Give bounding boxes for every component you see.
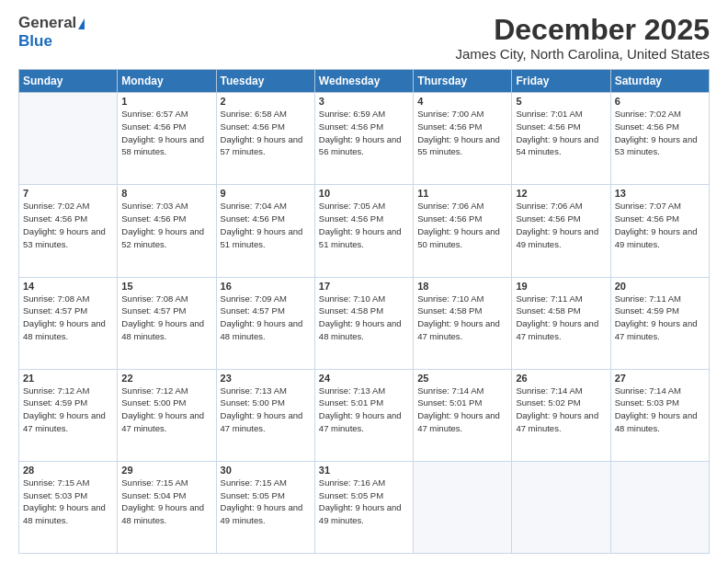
calendar-cell: 24Sunrise: 7:13 AMSunset: 5:01 PMDayligh… xyxy=(314,369,413,461)
calendar-week-row: 28Sunrise: 7:15 AMSunset: 5:03 PMDayligh… xyxy=(19,461,710,553)
day-number: 27 xyxy=(615,373,705,384)
calendar-header-row: SundayMondayTuesdayWednesdayThursdayFrid… xyxy=(19,70,710,93)
calendar-cell xyxy=(414,461,512,553)
subtitle: James City, North Carolina, United State… xyxy=(456,46,711,62)
day-detail: Sunrise: 7:00 AMSunset: 4:56 PMDaylight:… xyxy=(417,108,507,158)
day-number: 29 xyxy=(121,465,211,476)
day-number: 28 xyxy=(23,465,113,476)
calendar-cell: 14Sunrise: 7:08 AMSunset: 4:57 PMDayligh… xyxy=(19,277,118,369)
day-number: 20 xyxy=(615,281,705,292)
calendar-week-row: 1Sunrise: 6:57 AMSunset: 4:56 PMDaylight… xyxy=(19,93,710,185)
calendar-cell: 4Sunrise: 7:00 AMSunset: 4:56 PMDaylight… xyxy=(414,93,512,185)
day-number: 5 xyxy=(516,96,606,107)
day-number: 13 xyxy=(615,188,705,199)
day-detail: Sunrise: 6:57 AMSunset: 4:56 PMDaylight:… xyxy=(121,108,211,158)
day-number: 9 xyxy=(221,188,311,199)
calendar-cell: 5Sunrise: 7:01 AMSunset: 4:56 PMDaylight… xyxy=(512,93,610,185)
calendar-cell: 21Sunrise: 7:12 AMSunset: 4:59 PMDayligh… xyxy=(19,369,118,461)
calendar-cell: 9Sunrise: 7:04 AMSunset: 4:56 PMDaylight… xyxy=(216,185,314,277)
calendar-week-row: 14Sunrise: 7:08 AMSunset: 4:57 PMDayligh… xyxy=(19,277,710,369)
day-number: 7 xyxy=(23,188,113,199)
day-detail: Sunrise: 6:58 AMSunset: 4:56 PMDaylight:… xyxy=(221,108,311,158)
day-detail: Sunrise: 7:11 AMSunset: 4:58 PMDaylight:… xyxy=(516,293,606,343)
calendar-cell: 19Sunrise: 7:11 AMSunset: 4:58 PMDayligh… xyxy=(512,277,610,369)
day-detail: Sunrise: 7:10 AMSunset: 4:58 PMDaylight:… xyxy=(417,293,507,343)
day-number: 15 xyxy=(121,281,211,292)
calendar-cell: 31Sunrise: 7:16 AMSunset: 5:05 PMDayligh… xyxy=(314,461,413,553)
calendar-cell: 16Sunrise: 7:09 AMSunset: 4:57 PMDayligh… xyxy=(216,277,314,369)
day-number: 25 xyxy=(417,373,507,384)
day-number: 18 xyxy=(417,281,507,292)
day-detail: Sunrise: 7:09 AMSunset: 4:57 PMDaylight:… xyxy=(221,293,311,343)
main-title: December 2025 xyxy=(456,14,711,46)
calendar-cell xyxy=(610,461,709,553)
day-detail: Sunrise: 7:04 AMSunset: 4:56 PMDaylight:… xyxy=(221,200,311,250)
calendar-cell: 1Sunrise: 6:57 AMSunset: 4:56 PMDaylight… xyxy=(118,93,216,185)
day-detail: Sunrise: 7:14 AMSunset: 5:03 PMDaylight:… xyxy=(615,385,705,435)
day-detail: Sunrise: 7:16 AMSunset: 5:05 PMDaylight:… xyxy=(319,477,409,527)
day-detail: Sunrise: 7:15 AMSunset: 5:03 PMDaylight:… xyxy=(23,477,113,527)
day-number: 31 xyxy=(319,465,409,476)
calendar-cell: 11Sunrise: 7:06 AMSunset: 4:56 PMDayligh… xyxy=(414,185,512,277)
day-number: 8 xyxy=(121,188,211,199)
day-detail: Sunrise: 7:14 AMSunset: 5:02 PMDaylight:… xyxy=(516,385,606,435)
day-number: 3 xyxy=(319,96,409,107)
calendar-cell: 30Sunrise: 7:15 AMSunset: 5:05 PMDayligh… xyxy=(216,461,314,553)
calendar-cell: 17Sunrise: 7:10 AMSunset: 4:58 PMDayligh… xyxy=(314,277,413,369)
calendar-header-friday: Friday xyxy=(512,70,610,93)
calendar-cell: 3Sunrise: 6:59 AMSunset: 4:56 PMDaylight… xyxy=(314,93,413,185)
day-detail: Sunrise: 7:01 AMSunset: 4:56 PMDaylight:… xyxy=(516,108,606,158)
logo-general: General xyxy=(18,14,76,32)
calendar-cell: 18Sunrise: 7:10 AMSunset: 4:58 PMDayligh… xyxy=(414,277,512,369)
day-detail: Sunrise: 7:14 AMSunset: 5:01 PMDaylight:… xyxy=(417,385,507,435)
calendar-header-monday: Monday xyxy=(118,70,216,93)
day-detail: Sunrise: 7:11 AMSunset: 4:59 PMDaylight:… xyxy=(615,293,705,343)
calendar-cell xyxy=(19,93,118,185)
day-detail: Sunrise: 7:07 AMSunset: 4:56 PMDaylight:… xyxy=(615,200,705,250)
calendar-cell: 28Sunrise: 7:15 AMSunset: 5:03 PMDayligh… xyxy=(19,461,118,553)
day-detail: Sunrise: 7:02 AMSunset: 4:56 PMDaylight:… xyxy=(615,108,705,158)
calendar-cell: 15Sunrise: 7:08 AMSunset: 4:57 PMDayligh… xyxy=(118,277,216,369)
day-number: 30 xyxy=(221,465,311,476)
day-number: 1 xyxy=(121,96,211,107)
calendar-cell: 22Sunrise: 7:12 AMSunset: 5:00 PMDayligh… xyxy=(118,369,216,461)
calendar-week-row: 21Sunrise: 7:12 AMSunset: 4:59 PMDayligh… xyxy=(19,369,710,461)
calendar-cell: 26Sunrise: 7:14 AMSunset: 5:02 PMDayligh… xyxy=(512,369,610,461)
day-number: 2 xyxy=(221,96,311,107)
calendar-cell: 12Sunrise: 7:06 AMSunset: 4:56 PMDayligh… xyxy=(512,185,610,277)
day-number: 4 xyxy=(417,96,507,107)
calendar-header-sunday: Sunday xyxy=(19,70,118,93)
header: General Blue December 2025 James City, N… xyxy=(18,14,710,62)
day-number: 21 xyxy=(23,373,113,384)
day-detail: Sunrise: 7:03 AMSunset: 4:56 PMDaylight:… xyxy=(121,200,211,250)
logo-blue: Blue xyxy=(18,32,52,50)
calendar-cell: 10Sunrise: 7:05 AMSunset: 4:56 PMDayligh… xyxy=(314,185,413,277)
day-detail: Sunrise: 7:02 AMSunset: 4:56 PMDaylight:… xyxy=(23,200,113,250)
calendar-week-row: 7Sunrise: 7:02 AMSunset: 4:56 PMDaylight… xyxy=(19,185,710,277)
calendar-header-thursday: Thursday xyxy=(414,70,512,93)
day-number: 26 xyxy=(516,373,606,384)
day-number: 14 xyxy=(23,281,113,292)
day-detail: Sunrise: 7:08 AMSunset: 4:57 PMDaylight:… xyxy=(23,293,113,343)
calendar-header-saturday: Saturday xyxy=(610,70,709,93)
calendar-cell: 2Sunrise: 6:58 AMSunset: 4:56 PMDaylight… xyxy=(216,93,314,185)
calendar-cell: 7Sunrise: 7:02 AMSunset: 4:56 PMDaylight… xyxy=(19,185,118,277)
calendar-cell xyxy=(512,461,610,553)
day-number: 6 xyxy=(615,96,705,107)
calendar-table: SundayMondayTuesdayWednesdayThursdayFrid… xyxy=(18,69,710,554)
day-detail: Sunrise: 7:06 AMSunset: 4:56 PMDaylight:… xyxy=(417,200,507,250)
day-number: 10 xyxy=(319,188,409,199)
day-number: 16 xyxy=(221,281,311,292)
day-number: 12 xyxy=(516,188,606,199)
day-detail: Sunrise: 7:12 AMSunset: 5:00 PMDaylight:… xyxy=(121,385,211,435)
page: General Blue December 2025 James City, N… xyxy=(0,0,728,563)
day-detail: Sunrise: 7:15 AMSunset: 5:04 PMDaylight:… xyxy=(121,477,211,527)
day-number: 17 xyxy=(319,281,409,292)
day-detail: Sunrise: 7:15 AMSunset: 5:05 PMDaylight:… xyxy=(221,477,311,527)
day-detail: Sunrise: 6:59 AMSunset: 4:56 PMDaylight:… xyxy=(319,108,409,158)
day-number: 22 xyxy=(121,373,211,384)
day-number: 24 xyxy=(319,373,409,384)
calendar-header-wednesday: Wednesday xyxy=(314,70,413,93)
logo: General Blue xyxy=(18,14,85,51)
day-detail: Sunrise: 7:13 AMSunset: 5:01 PMDaylight:… xyxy=(319,385,409,435)
